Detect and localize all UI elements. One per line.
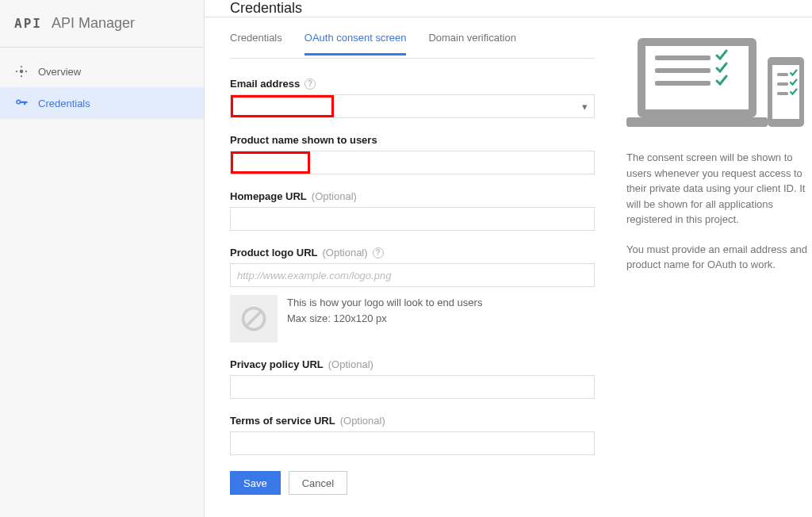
svg-rect-11 [655,68,710,73]
main-body: Credentials OAuth consent screen Domain … [205,17,812,517]
optional-text: (Optional) [323,247,368,258]
cancel-button[interactable]: Cancel [289,471,347,495]
svg-rect-9 [626,117,768,127]
logo-hint: This is how your logo will look to end u… [287,295,482,326]
tos-label: Terms of service URL (Optional) [230,415,595,427]
logo-placeholder-icon [230,295,278,343]
chevron-down-icon: ▾ [582,101,588,113]
optional-text: (Optional) [328,358,373,370]
field-privacy: Privacy policy URL (Optional) [230,358,595,399]
tab-credentials[interactable]: Credentials [230,32,282,55]
tos-label-text: Terms of service URL [230,415,335,427]
main: Credentials Credentials OAuth consent sc… [205,0,812,517]
button-row: Save Cancel [230,471,595,495]
logo-url-label: Product logo URL (Optional) ? [230,247,595,258]
email-label-text: Email address [230,78,300,90]
consent-description-2: You must provide an email address and pr… [626,242,810,273]
help-icon[interactable]: ? [304,79,316,90]
logo-preview-row: This is how your logo will look to end u… [230,295,595,343]
email-label: Email address ? [230,78,595,90]
svg-rect-10 [655,56,710,60]
sidebar-item-label: Overview [38,66,81,78]
homepage-input[interactable] [230,207,595,231]
form-column: Credentials OAuth consent screen Domain … [230,32,595,495]
tabs: Credentials OAuth consent screen Domain … [230,32,595,59]
optional-text: (Optional) [312,190,357,202]
logo-url-label-text: Product logo URL [230,247,318,258]
tab-domain-verification[interactable]: Domain verification [428,32,516,55]
right-panel-text: The consent screen will be shown to user… [626,150,810,273]
svg-point-3 [16,71,17,72]
field-email: Email address ? ▾ [230,78,595,118]
logo-hint-line1: This is how your logo will look to end u… [287,295,482,311]
right-column: The consent screen will be shown to user… [626,32,810,495]
key-icon [14,96,38,110]
sidebar-nav: Overview Credentials [0,48,204,119]
svg-rect-16 [777,82,788,86]
privacy-label: Privacy policy URL (Optional) [230,358,595,370]
svg-point-4 [25,71,27,72]
homepage-label-text: Homepage URL [230,190,307,202]
svg-point-0 [20,70,24,74]
svg-rect-17 [777,92,788,95]
privacy-label-text: Privacy policy URL [230,358,324,370]
product-name-label: Product name shown to users [230,134,595,146]
sidebar-title: API Manager [52,15,135,32]
page-title: Credentials [205,0,812,17]
field-tos: Terms of service URL (Optional) [230,415,595,455]
sidebar-item-label: Credentials [38,98,90,109]
sidebar-item-overview[interactable]: Overview [0,56,204,87]
field-logo-url: Product logo URL (Optional) ? This is ho… [230,247,595,343]
optional-text: (Optional) [340,415,385,427]
svg-rect-15 [777,73,788,76]
sidebar: API API Manager Overview Credentials [0,0,205,517]
svg-point-1 [21,66,22,67]
logo-url-input[interactable] [230,263,595,287]
help-icon[interactable]: ? [373,247,384,258]
logo-hint-line2: Max size: 120x120 px [287,311,482,327]
field-homepage: Homepage URL (Optional) [230,190,595,231]
api-logo: API [14,16,42,31]
svg-point-2 [21,75,22,77]
consent-illustration [626,32,810,133]
email-select[interactable]: ▾ [230,94,595,118]
tab-oauth-consent-screen[interactable]: OAuth consent screen [304,32,407,55]
sidebar-item-credentials[interactable]: Credentials [0,87,204,119]
tos-input[interactable] [230,431,595,455]
sidebar-header: API API Manager [0,0,204,48]
save-button[interactable]: Save [230,471,281,495]
app-root: API API Manager Overview Credentials Cre… [0,0,812,517]
homepage-label: Homepage URL (Optional) [230,190,595,202]
svg-rect-12 [655,81,710,86]
overview-icon [14,64,38,79]
product-name-input[interactable] [230,151,595,174]
field-product-name: Product name shown to users [230,134,595,174]
privacy-input[interactable] [230,375,595,399]
svg-line-6 [247,312,261,326]
consent-description-1: The consent screen will be shown to user… [626,150,810,228]
